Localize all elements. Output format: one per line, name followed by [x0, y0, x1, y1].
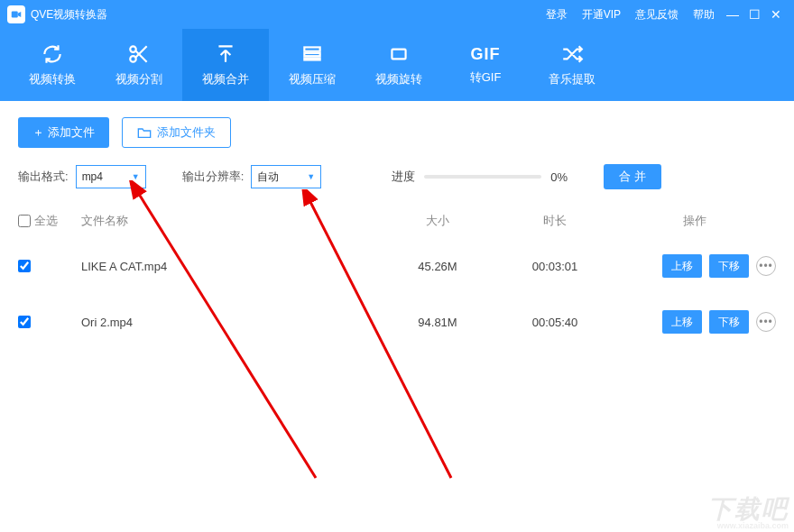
table-header: 全选 文件名称 大小 时长 操作 — [0, 204, 794, 238]
chevron-down-icon: ▼ — [132, 172, 140, 181]
scissors-icon — [127, 42, 151, 66]
nav-convert[interactable]: 视频转换 — [9, 29, 96, 101]
chevron-down-icon: ▼ — [307, 172, 315, 181]
merge-button[interactable]: 合 并 — [604, 164, 661, 189]
nav-label: 视频旋转 — [375, 71, 422, 87]
svg-rect-6 — [392, 50, 405, 60]
row-checkbox[interactable] — [18, 260, 31, 272]
nav-compress[interactable]: 视频压缩 — [269, 29, 355, 101]
watermark: 下载吧 www.xiazaiba.com — [707, 492, 789, 530]
nav-audio[interactable]: 音乐提取 — [529, 29, 615, 101]
compress-icon — [300, 42, 324, 66]
close-button[interactable]: ✕ — [765, 7, 787, 22]
format-select[interactable]: mp4 ▼ — [76, 165, 146, 188]
gif-icon: GIF — [471, 45, 501, 64]
file-duration: 00:05:40 — [496, 316, 614, 329]
select-all-checkbox[interactable] — [18, 215, 31, 227]
nav-label: 视频转换 — [29, 71, 76, 87]
login-link[interactable]: 登录 — [546, 7, 568, 23]
progress-area: 进度 0% — [392, 169, 568, 185]
move-up-button[interactable]: 上移 — [662, 310, 702, 334]
col-size: 大小 — [379, 213, 496, 229]
nav-gif[interactable]: GIF 转GIF — [442, 29, 529, 101]
button-label: 添加文件夹 — [157, 124, 216, 141]
nav-label: 视频合并 — [202, 71, 249, 87]
file-size: 45.26M — [379, 260, 496, 273]
app-title: QVE视频转换器 — [31, 7, 107, 23]
move-down-button[interactable]: 下移 — [709, 254, 749, 278]
rotate-icon — [387, 42, 411, 66]
row-checkbox[interactable] — [18, 316, 31, 328]
file-duration: 00:03:01 — [496, 260, 614, 273]
more-button[interactable]: ••• — [756, 312, 776, 332]
progress-bar — [424, 175, 541, 179]
minimize-button[interactable]: — — [722, 7, 743, 22]
file-name: Ori 2.mp4 — [81, 316, 379, 329]
plus-icon: ＋ — [32, 124, 44, 141]
more-button[interactable]: ••• — [756, 256, 776, 276]
svg-rect-0 — [12, 12, 18, 18]
file-name: LIKE A CAT.mp4 — [81, 260, 379, 273]
table-row: LIKE A CAT.mp445.26M00:03:01上移下移••• — [0, 238, 794, 294]
toolbar: ＋ 添加文件 添加文件夹 — [0, 101, 794, 159]
nav-label: 视频压缩 — [289, 71, 336, 87]
col-ops: 操作 — [614, 213, 776, 229]
feedback-link[interactable]: 意见反馈 — [635, 7, 679, 23]
nav-bar: 视频转换 视频分割 视频合并 视频压缩 视频旋转 GIF 转GIF 音乐提取 — [0, 29, 794, 101]
merge-icon — [214, 42, 237, 66]
titlebar: QVE视频转换器 登录 开通VIP 意见反馈 帮助 — ☐ ✕ — [0, 0, 794, 29]
svg-rect-5 — [304, 58, 319, 60]
file-size: 94.81M — [379, 316, 496, 329]
shuffle-icon — [560, 42, 584, 66]
table-row: Ori 2.mp494.81M00:05:40上移下移••• — [0, 294, 794, 350]
progress-label: 进度 — [392, 169, 415, 185]
options-row: 输出格式: mp4 ▼ 输出分辨率: 自动 ▼ 进度 0% 合 并 — [0, 159, 794, 204]
add-folder-button[interactable]: 添加文件夹 — [122, 117, 231, 148]
move-down-button[interactable]: 下移 — [709, 310, 749, 334]
nav-rotate[interactable]: 视频旋转 — [355, 29, 442, 101]
vip-link[interactable]: 开通VIP — [582, 7, 621, 23]
nav-merge[interactable]: 视频合并 — [182, 29, 269, 101]
progress-percent: 0% — [550, 170, 568, 184]
nav-split[interactable]: 视频分割 — [96, 29, 182, 101]
nav-label: 视频分割 — [115, 71, 162, 87]
maximize-button[interactable]: ☐ — [743, 7, 765, 22]
col-duration: 时长 — [496, 213, 614, 229]
svg-rect-3 — [304, 47, 319, 50]
nav-label: 转GIF — [470, 69, 502, 86]
app-logo-icon — [7, 5, 25, 23]
resolution-value: 自动 — [257, 170, 279, 185]
svg-rect-4 — [304, 53, 319, 56]
select-all-label: 全选 — [34, 213, 58, 229]
format-label: 输出格式: — [18, 169, 69, 185]
add-file-button[interactable]: ＋ 添加文件 — [18, 117, 109, 148]
resolution-select[interactable]: 自动 ▼ — [251, 165, 321, 188]
resolution-label: 输出分辨率: — [182, 169, 245, 185]
folder-icon — [137, 126, 152, 139]
move-up-button[interactable]: 上移 — [662, 254, 702, 278]
button-label: 添加文件 — [48, 124, 95, 141]
help-link[interactable]: 帮助 — [693, 7, 715, 23]
format-value: mp4 — [82, 170, 103, 183]
cycle-icon — [41, 42, 64, 66]
col-filename: 文件名称 — [81, 213, 379, 229]
nav-label: 音乐提取 — [549, 71, 596, 87]
